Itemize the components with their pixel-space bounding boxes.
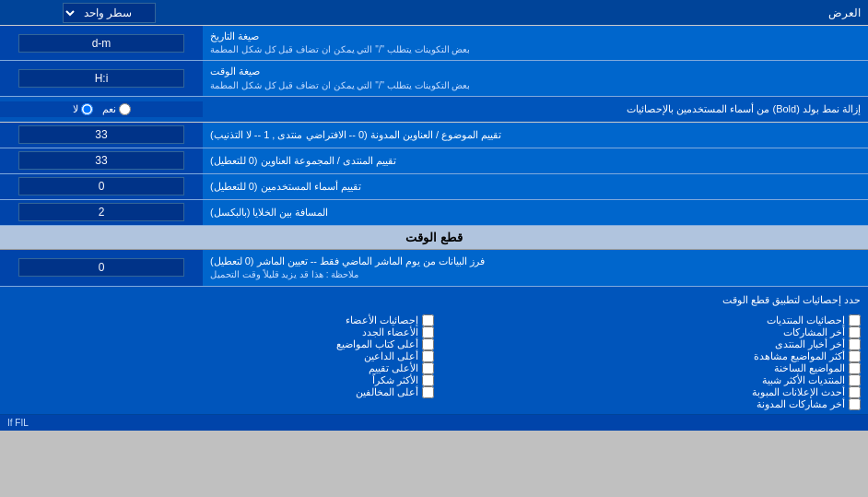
- date-format-input-wrapper: [0, 26, 203, 60]
- cb-members[interactable]: [422, 314, 434, 326]
- gap-input[interactable]: [18, 203, 184, 221]
- forum-order-input-wrapper: [0, 148, 203, 173]
- time-format-row: صيغة الوقت بعض التكوينات يتطلب "/" التي …: [0, 61, 868, 96]
- list-item: إحصائيات المنتديات: [434, 314, 861, 326]
- list-item: الأكثر شكراً: [7, 374, 434, 386]
- snapshot-filter-input-wrapper: [0, 250, 203, 286]
- snapshot-filter-label: فرز البيانات من يوم الماشر الماضي فقط --…: [203, 250, 868, 286]
- snapshot-filter-row: فرز البيانات من يوم الماشر الماضي فقط --…: [0, 250, 868, 287]
- list-item: أعلى كتاب المواضيع: [7, 338, 434, 350]
- list-item: أخر المشاركات: [434, 326, 861, 338]
- time-format-input[interactable]: [18, 69, 184, 88]
- cb-ads[interactable]: [849, 386, 861, 398]
- list-item: أعلى الداعين: [7, 350, 434, 362]
- checkboxes-grid: إحصائيات المنتديات أخر المشاركات أخر أخب…: [7, 314, 861, 410]
- checkboxes-col2: إحصائيات الأعضاء الأعضاء الجدد أعلى كتاب…: [7, 314, 434, 410]
- time-format-input-wrapper: [0, 61, 203, 95]
- username-order-label: تقييم أسماء المستخدمين (0 للتعطيل): [203, 174, 868, 199]
- cb-last-mod[interactable]: [849, 398, 861, 410]
- snapshot-apply-row: حدد إحصائيات لتطبيق قطع الوقت: [7, 290, 861, 311]
- username-order-row: تقييم أسماء المستخدمين (0 للتعطيل): [0, 174, 868, 200]
- footer: If FIL: [0, 415, 868, 431]
- list-item: أحدث الإعلانات المبوبة: [434, 386, 861, 398]
- list-item: أخر مشاركات المدونة: [434, 398, 861, 410]
- list-item: أخر أخبار المنتدى: [434, 338, 861, 350]
- topic-order-label: تقييم الموضوع / العناوين المدونة (0 -- ا…: [203, 123, 868, 148]
- forum-order-label: تقييم المنتدى / المجموعة العناوين (0 للت…: [203, 148, 868, 173]
- bold-yes-option[interactable]: نعم: [102, 103, 131, 115]
- forum-order-row: تقييم المنتدى / المجموعة العناوين (0 للت…: [0, 148, 868, 174]
- gap-row: المسافة بين الخلايا (بالبكسل): [0, 200, 868, 226]
- display-header-row: العرض سطر واحد سطرين ثلاثة أسطر: [0, 0, 868, 26]
- cb-new-members[interactable]: [422, 326, 434, 338]
- cb-similar[interactable]: [849, 374, 861, 386]
- list-item: إحصائيات الأعضاء: [7, 314, 434, 326]
- main-container: العرض سطر واحد سطرين ثلاثة أسطر صيغة الت…: [0, 0, 868, 431]
- list-item: الأعضاء الجدد: [7, 326, 434, 338]
- list-item: المواضيع الساخنة: [434, 362, 861, 374]
- bold-no-option[interactable]: لا: [73, 103, 93, 115]
- gap-label: المسافة بين الخلايا (بالبكسل): [203, 200, 868, 225]
- display-label: العرض: [210, 6, 861, 19]
- cb-most-thanks[interactable]: [422, 374, 434, 386]
- bold-remove-label: إزالة نمط بولد (Bold) من أسماء المستخدمي…: [203, 100, 868, 119]
- username-order-input[interactable]: [18, 177, 184, 195]
- topic-order-row: تقييم الموضوع / العناوين المدونة (0 -- ا…: [0, 123, 868, 148]
- forum-order-input[interactable]: [18, 151, 184, 170]
- checkboxes-col1: إحصائيات المنتديات أخر المشاركات أخر أخب…: [434, 314, 861, 410]
- username-order-input-wrapper: [0, 174, 203, 199]
- cb-top-rated[interactable]: [422, 362, 434, 374]
- date-format-row: صيغة التاريخ بعض التكوينات يتطلب "/" الت…: [0, 26, 868, 61]
- topic-order-input-wrapper: [0, 123, 203, 148]
- cb-posts[interactable]: [849, 314, 861, 326]
- display-select-wrapper: سطر واحد سطرين ثلاثة أسطر: [7, 3, 210, 23]
- time-format-label: صيغة الوقت بعض التكوينات يتطلب "/" التي …: [203, 61, 868, 95]
- snapshot-section-header: قطع الوقت: [0, 226, 868, 250]
- bold-yes-radio[interactable]: [119, 103, 131, 115]
- cb-most-views[interactable]: [849, 350, 861, 362]
- cb-top-online[interactable]: [422, 350, 434, 362]
- topic-order-input[interactable]: [18, 125, 184, 144]
- cb-last-topics[interactable]: [849, 362, 861, 374]
- snapshot-checkboxes-section: حدد إحصائيات لتطبيق قطع الوقت إحصائيات ا…: [0, 287, 868, 415]
- list-item: أكثر المواضيع مشاهدة: [434, 350, 861, 362]
- date-format-input[interactable]: [18, 34, 184, 53]
- cb-top-visitors[interactable]: [422, 386, 434, 398]
- list-item: المنتديات الأكثر شبية: [434, 374, 861, 386]
- bold-remove-row: إزالة نمط بولد (Bold) من أسماء المستخدمي…: [0, 97, 868, 123]
- bold-remove-options: نعم لا: [0, 101, 203, 117]
- date-format-label: صيغة التاريخ بعض التكوينات يتطلب "/" الت…: [203, 26, 868, 60]
- list-item: أعلى المخالفين: [7, 386, 434, 398]
- snapshot-filter-input[interactable]: [18, 258, 184, 277]
- gap-input-wrapper: [0, 200, 203, 225]
- display-select[interactable]: سطر واحد سطرين ثلاثة أسطر: [63, 3, 156, 23]
- list-item: الأعلى تقييم: [7, 362, 434, 374]
- cb-last-post[interactable]: [849, 326, 861, 338]
- snapshot-apply-label: حدد إحصائيات لتطبيق قطع الوقت: [7, 294, 861, 306]
- cb-top-poster[interactable]: [422, 338, 434, 350]
- bold-no-radio[interactable]: [81, 103, 93, 115]
- cb-forum-news[interactable]: [849, 338, 861, 350]
